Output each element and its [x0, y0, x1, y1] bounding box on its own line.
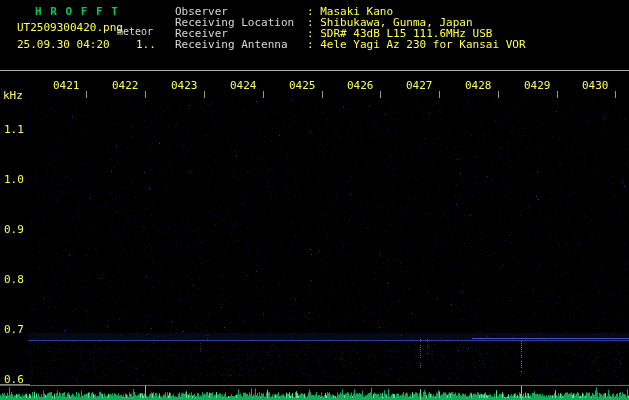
x-tick-mark	[439, 91, 440, 98]
x-tick-label: 0423	[171, 80, 198, 91]
info-value: : 4ele Yagi Az 230 for Kansai VOR	[307, 39, 526, 50]
app-title: H R O F F T	[35, 6, 119, 17]
y-tick-label: 0.9	[4, 224, 24, 235]
spectrogram-canvas	[0, 0, 629, 400]
y-tick-label: 0.8	[4, 274, 24, 285]
info-label: Receiving Antenna	[175, 39, 288, 50]
x-tick-mark	[145, 91, 146, 98]
x-tick-mark	[498, 91, 499, 98]
x-tick-label: 0428	[465, 80, 492, 91]
y-tick-label: 0.7	[4, 324, 24, 335]
counter-label: 1..	[136, 39, 156, 50]
x-tick-label: 0424	[230, 80, 257, 91]
mode-label: meteor	[117, 26, 153, 37]
x-tick-label: 0427	[406, 80, 433, 91]
x-tick-mark	[86, 91, 87, 98]
x-tick-label: 0430	[582, 80, 609, 91]
x-tick-mark	[380, 91, 381, 98]
y-tick-label: 1.1	[4, 124, 24, 135]
y-tick-label: 1.0	[4, 174, 24, 185]
x-tick-label: 0426	[347, 80, 374, 91]
filename-label: UT2509300420.png	[17, 22, 123, 33]
header-separator	[0, 70, 629, 71]
x-tick-label: 0425	[289, 80, 316, 91]
y-axis-unit: kHz	[3, 90, 23, 101]
x-tick-mark	[204, 91, 205, 98]
x-tick-label: 0421	[53, 80, 80, 91]
x-tick-mark	[263, 91, 264, 98]
timestamp-label: 25.09.30 04:20	[17, 39, 110, 50]
x-tick-mark	[557, 91, 558, 98]
x-tick-label: 0429	[524, 80, 551, 91]
y-tick-label: 0.6	[4, 374, 24, 385]
x-tick-mark	[322, 91, 323, 98]
x-tick-label: 0422	[112, 80, 139, 91]
x-tick-mark	[615, 91, 616, 98]
hrofft-window: H R O F F T UT2509300420.png meteor 25.0…	[0, 0, 629, 400]
